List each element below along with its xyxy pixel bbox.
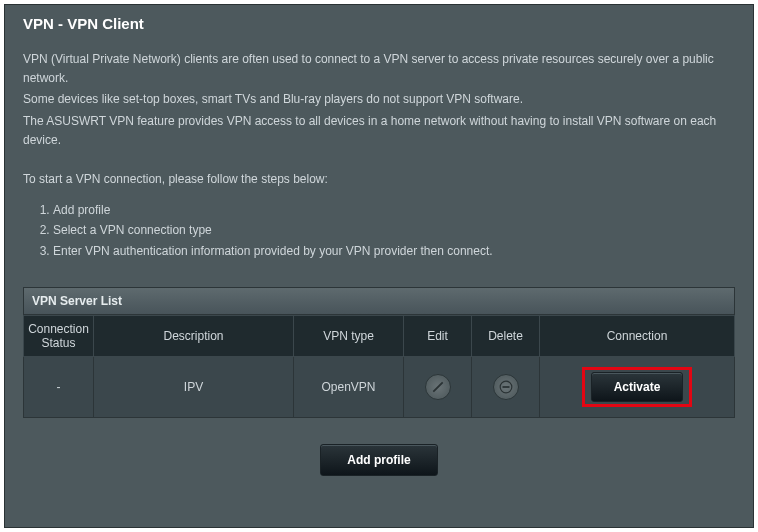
col-header-status: Connection Status [24, 316, 94, 357]
col-header-delete: Delete [472, 316, 540, 357]
steps-intro: To start a VPN connection, please follow… [23, 172, 735, 186]
vpn-client-panel: VPN - VPN Client VPN (Virtual Private Ne… [4, 4, 754, 528]
add-profile-row: Add profile [23, 444, 735, 476]
col-header-type: VPN type [294, 316, 404, 357]
step-item: Add profile [53, 200, 735, 220]
desc-line-1: VPN (Virtual Private Network) clients ar… [23, 50, 735, 88]
server-list-title: VPN Server List [23, 287, 735, 315]
edit-button[interactable] [425, 374, 451, 400]
step-item: Enter VPN authentication information pro… [53, 241, 735, 261]
table-row: - IPV OpenVPN [24, 357, 735, 418]
minus-icon [499, 380, 513, 394]
desc-line-2: Some devices like set-top boxes, smart T… [23, 90, 735, 109]
step-item: Select a VPN connection type [53, 220, 735, 240]
cell-description: IPV [94, 357, 294, 418]
add-profile-button[interactable]: Add profile [320, 444, 437, 476]
svg-rect-1 [502, 386, 509, 388]
page-title: VPN - VPN Client [23, 15, 735, 32]
delete-button[interactable] [493, 374, 519, 400]
cell-delete [472, 357, 540, 418]
steps-list: Add profile Select a VPN connection type… [53, 200, 735, 261]
col-header-connection: Connection [540, 316, 735, 357]
cell-type: OpenVPN [294, 357, 404, 418]
col-header-description: Description [94, 316, 294, 357]
col-header-edit: Edit [404, 316, 472, 357]
activate-button[interactable]: Activate [591, 372, 684, 402]
pencil-icon [431, 380, 445, 394]
cell-edit [404, 357, 472, 418]
server-table: Connection Status Description VPN type E… [23, 315, 735, 418]
desc-line-3: The ASUSWRT VPN feature provides VPN acc… [23, 112, 735, 150]
cell-status: - [24, 357, 94, 418]
description-block: VPN (Virtual Private Network) clients ar… [23, 50, 735, 150]
vpn-server-list: VPN Server List Connection Status Descri… [23, 287, 735, 418]
highlight-box: Activate [582, 367, 693, 407]
cell-connection: Activate [540, 357, 735, 418]
